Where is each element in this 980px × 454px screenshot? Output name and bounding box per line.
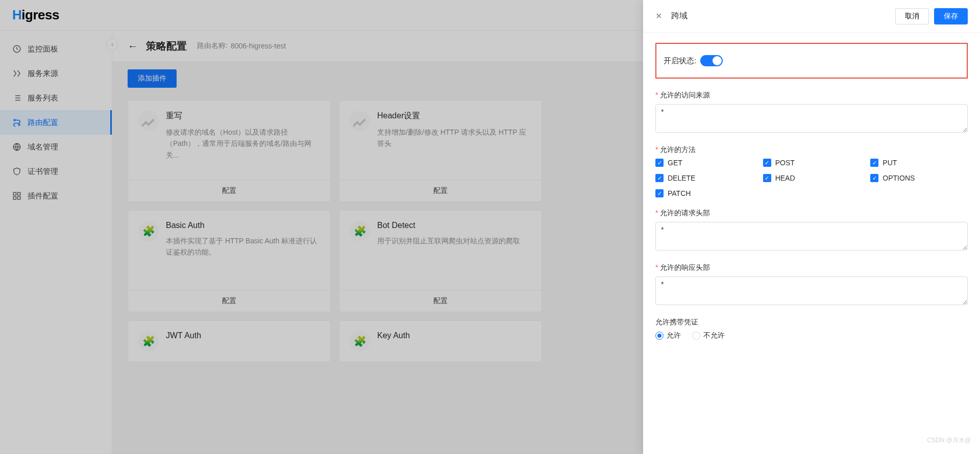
cancel-button[interactable]: 取消 bbox=[895, 8, 929, 24]
allow-res-headers-input[interactable] bbox=[655, 276, 968, 305]
drawer-body: 开启状态: *允许的访问来源 *允许的方法 ✓GET ✓POST ✓PUT ✓D… bbox=[643, 33, 980, 454]
method-checkbox-options[interactable]: ✓OPTIONS bbox=[870, 174, 968, 182]
radio-icon bbox=[655, 332, 664, 340]
enable-switch[interactable] bbox=[700, 55, 723, 66]
form-item-credentials: 允许携带凭证 允许 不允许 bbox=[655, 318, 968, 340]
drawer-header: ✕ 跨域 取消 保存 bbox=[643, 0, 980, 33]
allow-req-headers-label: *允许的请求头部 bbox=[655, 209, 968, 218]
checkbox-icon: ✓ bbox=[870, 174, 878, 182]
form-item-methods: *允许的方法 ✓GET ✓POST ✓PUT ✓DELETE ✓HEAD ✓OP… bbox=[655, 145, 968, 197]
checkbox-icon: ✓ bbox=[655, 189, 664, 197]
form-item-origin: *允许的访问来源 bbox=[655, 91, 968, 134]
drawer-mask[interactable] bbox=[0, 0, 643, 454]
method-checkbox-head[interactable]: ✓HEAD bbox=[763, 174, 861, 182]
enable-status-label: 开启状态: bbox=[664, 56, 696, 66]
switch-handle-icon bbox=[713, 56, 722, 65]
method-checkbox-patch[interactable]: ✓PATCH bbox=[655, 189, 753, 197]
checkbox-icon: ✓ bbox=[763, 159, 771, 167]
watermark: CSDN @月木@ bbox=[927, 436, 971, 445]
form-item-req-headers: *允许的请求头部 bbox=[655, 209, 968, 252]
checkbox-icon: ✓ bbox=[655, 174, 664, 182]
allow-methods-label: *允许的方法 bbox=[655, 145, 968, 155]
method-checkbox-post[interactable]: ✓POST bbox=[763, 159, 861, 167]
credentials-radio-deny[interactable]: 不允许 bbox=[692, 331, 725, 340]
form-item-res-headers: *允许的响应头部 bbox=[655, 263, 968, 307]
enable-status-box: 开启状态: bbox=[655, 43, 968, 79]
allow-origin-label: *允许的访问来源 bbox=[655, 91, 968, 100]
method-checkbox-delete[interactable]: ✓DELETE bbox=[655, 174, 753, 182]
checkbox-icon: ✓ bbox=[655, 159, 664, 167]
radio-icon bbox=[692, 332, 700, 340]
allow-origin-input[interactable] bbox=[655, 104, 968, 133]
method-checkbox-get[interactable]: ✓GET bbox=[655, 159, 753, 167]
allow-res-headers-label: *允许的响应头部 bbox=[655, 263, 968, 272]
method-checkbox-put[interactable]: ✓PUT bbox=[870, 159, 968, 167]
allow-req-headers-input[interactable] bbox=[655, 222, 968, 250]
close-icon[interactable]: ✕ bbox=[655, 12, 662, 20]
credentials-radio-allow[interactable]: 允许 bbox=[655, 331, 681, 340]
allow-credentials-label: 允许携带凭证 bbox=[655, 318, 968, 327]
checkbox-icon: ✓ bbox=[870, 159, 878, 167]
save-button[interactable]: 保存 bbox=[934, 8, 968, 24]
drawer-title: 跨域 bbox=[671, 11, 890, 21]
checkbox-icon: ✓ bbox=[763, 174, 771, 182]
cors-drawer: ✕ 跨域 取消 保存 开启状态: *允许的访问来源 *允许的方法 ✓GET ✓P… bbox=[643, 0, 980, 454]
